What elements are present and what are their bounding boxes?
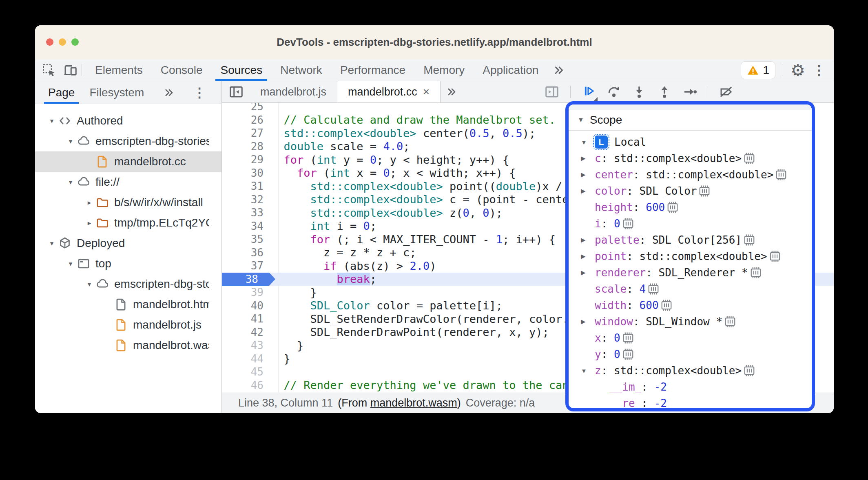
expand-variable-icon[interactable]: ▶: [581, 171, 595, 178]
memory-inspector-icon[interactable]: [660, 299, 673, 311]
navigator-menu-icon[interactable]: ⋮: [193, 81, 206, 104]
devtools-menu-icon[interactable]: ⋮: [813, 62, 826, 78]
chevron-down-icon[interactable]: ▾: [46, 117, 57, 125]
memory-inspector-icon[interactable]: [743, 364, 755, 377]
line-number[interactable]: 32: [222, 193, 269, 207]
more-panels-icon[interactable]: [547, 59, 571, 81]
deactivate-breakpoints-icon[interactable]: [719, 84, 733, 99]
editor-tab-mandelbrot.js[interactable]: mandelbrot.js: [250, 81, 337, 102]
device-toolbar-icon[interactable]: [63, 63, 78, 78]
line-number[interactable]: 33: [222, 206, 269, 220]
scope-entry-center[interactable]: ▶center: std::complex<double>: [569, 167, 812, 183]
settings-gear-icon[interactable]: ⚙: [790, 62, 805, 78]
line-number[interactable]: 31: [222, 180, 269, 193]
tree-item-emscripten-dbg-stories[interactable]: ▾emscripten-dbg-stories: [35, 131, 221, 151]
editor-tab-mandelbrot.cc[interactable]: mandelbrot.cc×: [337, 81, 441, 102]
expand-variable-icon[interactable]: ▶: [581, 318, 595, 325]
more-navigator-tabs-icon[interactable]: [158, 81, 181, 104]
tab-performance[interactable]: Performance: [331, 59, 414, 81]
step-out-icon[interactable]: [657, 84, 672, 99]
collapse-local-icon[interactable]: ▼: [581, 139, 595, 146]
line-number[interactable]: 40: [222, 299, 269, 313]
memory-inspector-icon[interactable]: [666, 201, 679, 213]
scope-entry-point[interactable]: ▶point: std::complex<double>: [569, 248, 812, 264]
tree-item-mandelbrot.wasm[interactable]: mandelbrot.wasm: [35, 335, 221, 356]
memory-inspector-icon[interactable]: [647, 283, 660, 295]
memory-inspector-icon[interactable]: [622, 332, 634, 344]
line-number[interactable]: 30: [222, 167, 269, 180]
inspect-element-icon[interactable]: [42, 63, 56, 78]
memory-inspector-icon[interactable]: [622, 218, 634, 230]
collapse-sidebar-icon[interactable]: [222, 81, 250, 102]
line-number[interactable]: 25: [222, 103, 269, 113]
scope-entry-window[interactable]: ▶window: SDL_Window *: [569, 313, 812, 330]
line-number[interactable]: 37: [222, 259, 269, 273]
tree-item-mandelbrot.cc[interactable]: mandelbrot.cc: [35, 151, 221, 172]
close-window-button[interactable]: [46, 38, 53, 46]
expand-variable-icon[interactable]: ▶: [581, 253, 595, 260]
tree-item-emscripten-dbg-stor[interactable]: ▾emscripten-dbg-stor: [35, 274, 221, 294]
memory-inspector-icon[interactable]: [750, 267, 762, 279]
tab-sources[interactable]: Sources: [211, 59, 271, 81]
line-number[interactable]: 43: [222, 339, 269, 352]
memory-inspector-icon[interactable]: [743, 152, 755, 164]
tree-item-authored[interactable]: ▾Authored: [35, 111, 221, 131]
line-number[interactable]: 42: [222, 326, 269, 339]
tab-elements[interactable]: Elements: [86, 59, 152, 81]
memory-inspector-icon[interactable]: [775, 169, 787, 181]
scope-entry-__re_[interactable]: __re_: -2: [569, 395, 812, 411]
scope-section-header[interactable]: ▼ Scope: [569, 109, 812, 131]
zoom-window-button[interactable]: [71, 38, 79, 46]
collapse-scope-icon[interactable]: ▼: [578, 116, 584, 124]
chevron-down-icon[interactable]: ▾: [65, 260, 76, 268]
scope-entry-height[interactable]: height: 600: [569, 199, 812, 216]
scope-entry-color[interactable]: ▶color: SDL_Color: [569, 183, 812, 199]
expand-variable-icon[interactable]: ▶: [581, 236, 595, 244]
chevron-right-icon[interactable]: ▸: [84, 198, 95, 207]
tab-memory[interactable]: Memory: [414, 59, 474, 81]
memory-inspector-icon[interactable]: [743, 234, 755, 246]
line-number[interactable]: 34: [222, 220, 269, 233]
tree-item-b-s-w-ir-x-w-install[interactable]: ▸b/s/w/ir/x/w/install: [35, 192, 221, 213]
scope-entry-z[interactable]: ▼z: std::complex<double>: [569, 362, 812, 379]
scope-entry-x[interactable]: x: 0: [569, 330, 812, 346]
tree-item-file-[interactable]: ▾file://: [35, 172, 221, 192]
line-number[interactable]: 28: [222, 140, 269, 153]
memory-inspector-icon[interactable]: [724, 316, 736, 328]
more-editor-tabs-icon[interactable]: [441, 81, 463, 102]
expand-variable-icon[interactable]: ▶: [581, 269, 595, 276]
tab-page[interactable]: Page: [41, 81, 82, 104]
chevron-down-icon[interactable]: ▾: [65, 178, 76, 187]
line-number[interactable]: 26: [222, 113, 269, 127]
line-number[interactable]: 29: [222, 153, 269, 167]
line-number[interactable]: 44: [222, 352, 269, 366]
execution-line-number[interactable]: 38: [222, 273, 269, 286]
line-number[interactable]: 27: [222, 127, 269, 140]
line-number[interactable]: 39: [222, 286, 269, 299]
tab-application[interactable]: Application: [474, 59, 547, 81]
tree-item-mandelbrot.js[interactable]: mandelbrot.js: [35, 315, 221, 335]
close-tab-icon[interactable]: ×: [423, 85, 430, 98]
minimize-window-button[interactable]: [59, 38, 66, 46]
expand-variable-icon[interactable]: ▶: [581, 155, 595, 162]
tab-console[interactable]: Console: [152, 59, 212, 81]
chevron-down-icon[interactable]: ▾: [84, 280, 95, 289]
scope-entry-scale[interactable]: scale: 4: [569, 281, 812, 297]
wasm-source-link[interactable]: mandelbrot.wasm: [370, 397, 457, 409]
toggle-right-panel-icon[interactable]: [544, 84, 560, 100]
scope-entry-__im_[interactable]: __im_: -2: [569, 379, 812, 395]
line-number[interactable]: 36: [222, 246, 269, 260]
tree-item-deployed[interactable]: ▾Deployed: [35, 233, 221, 253]
chevron-down-icon[interactable]: ▾: [46, 239, 57, 248]
issues-badge[interactable]: 1: [741, 61, 776, 79]
memory-inspector-icon[interactable]: [769, 250, 781, 262]
scope-entry-c[interactable]: ▶c: std::complex<double>: [569, 150, 812, 167]
scope-entry-palette[interactable]: ▶palette: SDL_Color[256]: [569, 232, 812, 248]
chevron-down-icon[interactable]: ▾: [65, 137, 76, 146]
tree-item-top[interactable]: ▾top: [35, 253, 221, 274]
step-over-icon[interactable]: [607, 84, 621, 99]
scope-entry-width[interactable]: width: 600: [569, 297, 812, 313]
step-icon[interactable]: [682, 84, 697, 99]
tab-filesystem[interactable]: Filesystem: [82, 81, 151, 104]
tree-item-tmp-tmp.elctq2ygn[interactable]: ▸tmp/tmp.ELcTq2YGN: [35, 213, 221, 233]
